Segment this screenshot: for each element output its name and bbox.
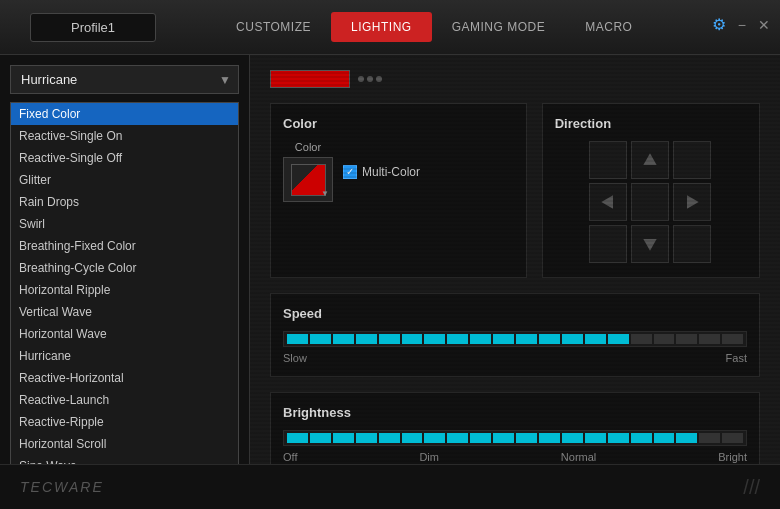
effect-dropdown[interactable]: Hurricane — [10, 65, 239, 94]
brand-logo: TECWARE — [20, 479, 104, 495]
direction-down-left — [589, 225, 627, 263]
multi-color-option[interactable]: ✓ Multi-Color — [343, 165, 420, 179]
tab-macro[interactable]: MACRO — [565, 12, 652, 42]
close-button[interactable]: ✕ — [758, 17, 770, 33]
multi-color-label: Multi-Color — [362, 165, 420, 179]
direction-up[interactable] — [631, 141, 669, 179]
effect-item-reactive-horizontal[interactable]: Reactive-Horizontal — [11, 367, 238, 389]
brightness-segment-11 — [539, 433, 560, 443]
speed-segment-15 — [631, 334, 652, 344]
checkmark-icon: ✓ — [346, 166, 354, 177]
effect-dropdown-container: Hurricane ▼ — [10, 65, 239, 94]
effect-item-horizontal-ripple[interactable]: Horizontal Ripple — [11, 279, 238, 301]
direction-right[interactable] — [673, 183, 711, 221]
speed-segment-16 — [654, 334, 675, 344]
effect-item-rain-drops[interactable]: Rain Drops — [11, 191, 238, 213]
speed-segment-9 — [493, 334, 514, 344]
brightness-segment-1 — [310, 433, 331, 443]
profile-tab[interactable]: Profile1 — [30, 13, 156, 42]
brightness-segment-8 — [470, 433, 491, 443]
brightness-segment-4 — [379, 433, 400, 443]
direction-center — [631, 183, 669, 221]
svg-marker-2 — [687, 195, 699, 208]
nav-tabs: CUSTOMIZE LIGHTING GAMING MODE MACRO — [216, 12, 652, 42]
color-panel-title: Color — [283, 116, 514, 131]
tab-customize[interactable]: CUSTOMIZE — [216, 12, 331, 42]
tab-gaming-mode[interactable]: GAMING MODE — [432, 12, 566, 42]
color-bar-dots — [358, 76, 382, 82]
speed-segment-5 — [402, 334, 423, 344]
brightness-segment-3 — [356, 433, 377, 443]
effect-item-fixed-color[interactable]: Fixed Color — [11, 103, 238, 125]
effect-item-swirl[interactable]: Swirl — [11, 213, 238, 235]
color-picker-row: Color ▼ ✓ Multi-Color — [283, 141, 514, 202]
direction-panel-title: Direction — [555, 116, 747, 131]
brightness-title: Brightness — [283, 405, 747, 420]
svg-marker-3 — [643, 239, 656, 251]
speed-segment-18 — [699, 334, 720, 344]
speed-segment-14 — [608, 334, 629, 344]
brightness-segment-6 — [424, 433, 445, 443]
color-label: Color — [295, 141, 321, 153]
speed-slider-container: Slow Fast — [283, 331, 747, 364]
speed-labels: Slow Fast — [283, 352, 747, 364]
brightness-dim-label: Dim — [419, 451, 439, 463]
color-dot-3 — [376, 76, 382, 82]
effects-list: Fixed Color Reactive-Single On Reactive-… — [10, 102, 239, 509]
brightness-normal-label: Normal — [561, 451, 596, 463]
brightness-bright-label: Bright — [718, 451, 747, 463]
speed-segment-10 — [516, 334, 537, 344]
svg-marker-1 — [601, 195, 613, 208]
speed-segment-7 — [447, 334, 468, 344]
footer-pattern: /// — [743, 476, 760, 499]
effect-item-reactive-single-off[interactable]: Reactive-Single Off — [11, 147, 238, 169]
speed-segment-1 — [310, 334, 331, 344]
direction-down[interactable] — [631, 225, 669, 263]
direction-down-right — [673, 225, 711, 263]
speed-segment-11 — [539, 334, 560, 344]
speed-segment-0 — [287, 334, 308, 344]
tab-lighting[interactable]: LIGHTING — [331, 12, 432, 42]
brightness-segment-10 — [516, 433, 537, 443]
brightness-segment-0 — [287, 433, 308, 443]
brightness-segment-2 — [333, 433, 354, 443]
effect-item-breathing-fixed[interactable]: Breathing-Fixed Color — [11, 235, 238, 257]
window-controls: ⚙ − ✕ — [712, 15, 770, 34]
brightness-segment-9 — [493, 433, 514, 443]
effect-item-glitter[interactable]: Glitter — [11, 169, 238, 191]
speed-segment-19 — [722, 334, 743, 344]
speed-segment-6 — [424, 334, 445, 344]
effect-item-breathing-cycle[interactable]: Breathing-Cycle Color — [11, 257, 238, 279]
effect-item-hurricane[interactable]: Hurricane — [11, 345, 238, 367]
direction-arrows — [555, 141, 747, 265]
title-bar: Profile1 CUSTOMIZE LIGHTING GAMING MODE … — [0, 0, 780, 55]
picker-dropdown-icon: ▼ — [321, 189, 329, 198]
settings-icon[interactable]: ⚙ — [712, 15, 726, 34]
direction-panel: Direction — [542, 103, 760, 278]
direction-left[interactable] — [589, 183, 627, 221]
brightness-labels: Off Dim Normal Bright — [283, 451, 747, 463]
color-panel: Color Color ▼ ✓ Multi-Color — [270, 103, 527, 278]
speed-section: Speed Slow Fast — [270, 293, 760, 377]
effect-item-vertical-wave[interactable]: Vertical Wave — [11, 301, 238, 323]
speed-segment-12 — [562, 334, 583, 344]
brightness-track[interactable] — [283, 430, 747, 446]
multi-color-checkbox[interactable]: ✓ — [343, 165, 357, 179]
color-bar-swatch[interactable] — [270, 70, 350, 88]
brightness-segment-12 — [562, 433, 583, 443]
left-panel: Hurricane ▼ Fixed Color Reactive-Single … — [0, 55, 250, 464]
effect-item-reactive-ripple[interactable]: Reactive-Ripple — [11, 411, 238, 433]
effect-item-horizontal-scroll[interactable]: Horizontal Scroll — [11, 433, 238, 455]
brightness-segment-14 — [608, 433, 629, 443]
minimize-button[interactable]: − — [738, 17, 746, 33]
effect-item-reactive-launch[interactable]: Reactive-Launch — [11, 389, 238, 411]
speed-slow-label: Slow — [283, 352, 307, 364]
speed-segment-17 — [676, 334, 697, 344]
brightness-segment-18 — [699, 433, 720, 443]
speed-track[interactable] — [283, 331, 747, 347]
brightness-segment-19 — [722, 433, 743, 443]
color-picker-box[interactable]: ▼ — [283, 157, 333, 202]
brightness-segment-5 — [402, 433, 423, 443]
effect-item-horizontal-wave[interactable]: Horizontal Wave — [11, 323, 238, 345]
effect-item-reactive-single-on[interactable]: Reactive-Single On — [11, 125, 238, 147]
